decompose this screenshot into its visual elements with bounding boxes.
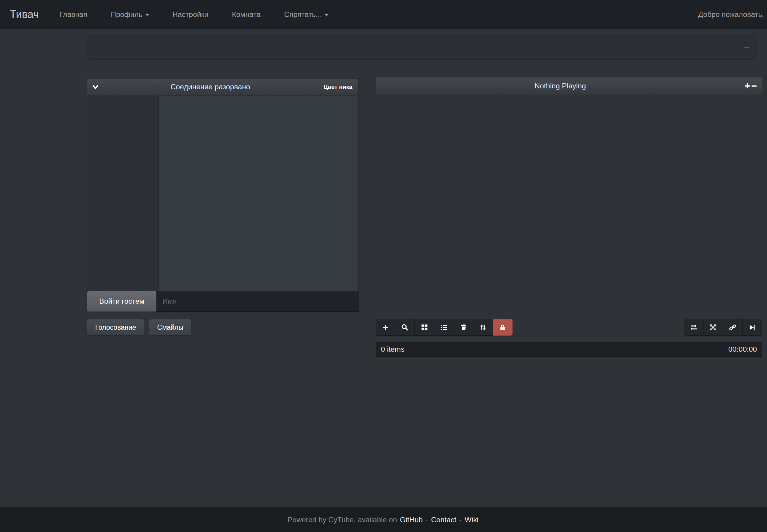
chat-tools: Голосование Смайлы xyxy=(87,319,191,336)
nav-links: Главная Профиль Настройки Комната Спрята… xyxy=(48,0,340,29)
nav-item-profile-label: Профиль xyxy=(111,0,142,29)
nav-item-home-label: Главная xyxy=(59,0,87,29)
nav-item-options[interactable]: Настройки xyxy=(160,0,220,29)
player-header: Nothing Playing + − xyxy=(376,77,762,95)
shuffle-sort-button[interactable] xyxy=(473,319,493,336)
chat-status-title: Соединение разорвано xyxy=(103,83,318,91)
trash-icon xyxy=(460,324,467,331)
copy-link-button[interactable] xyxy=(723,319,743,336)
github-link[interactable]: GitHub xyxy=(400,516,423,524)
userlist xyxy=(87,96,159,291)
powered-by-text: Powered by CyTube, available on xyxy=(288,516,397,524)
grid-view-button[interactable] xyxy=(415,319,434,336)
caret-down-icon xyxy=(145,14,149,16)
nav-item-home[interactable]: Главная xyxy=(48,0,99,29)
lock-icon xyxy=(499,324,506,331)
poll-button[interactable]: Голосование xyxy=(87,319,144,336)
emotes-button[interactable]: Смайлы xyxy=(149,319,191,336)
repeat-button[interactable] xyxy=(684,319,704,336)
video-enlarge-icon[interactable]: + xyxy=(744,81,750,91)
name-input[interactable] xyxy=(156,291,359,312)
nav-item-options-label: Настройки xyxy=(172,0,209,29)
playlist-toolbar-left xyxy=(376,319,513,336)
contact-link[interactable]: Contact xyxy=(431,516,456,524)
wiki-link[interactable]: Wiki xyxy=(464,516,478,524)
chat-input-row: Войти гостем xyxy=(87,291,359,312)
footer: Powered by CyTube, available on GitHub ·… xyxy=(0,507,767,532)
skip-next-button[interactable] xyxy=(743,319,762,336)
search-icon xyxy=(401,324,409,331)
sort-icon xyxy=(479,324,487,331)
repeat-icon xyxy=(690,324,698,331)
add-video-button[interactable] xyxy=(376,319,395,336)
add-video-icon xyxy=(381,324,389,331)
lock-playlist-button[interactable] xyxy=(493,319,513,336)
footer-separator: · xyxy=(459,516,461,524)
motd-box: – xyxy=(87,34,757,60)
player-resize-controls: + − xyxy=(744,81,762,91)
player-panel: Nothing Playing + − xyxy=(376,77,762,95)
search-library-button[interactable] xyxy=(395,319,415,336)
nav-item-hide[interactable]: Спрятать... xyxy=(273,0,340,29)
video-shrink-icon[interactable]: − xyxy=(751,81,757,91)
brand-logo[interactable]: Тивач xyxy=(0,8,48,21)
playlist-toolbar-right xyxy=(684,319,762,336)
navbar: Тивач Главная Профиль Настройки Комната … xyxy=(0,0,767,29)
chat-header: Соединение разорвано Цвет ника xyxy=(87,78,359,96)
skip-next-icon xyxy=(748,324,756,331)
chat-buffer xyxy=(159,96,358,291)
link-icon xyxy=(729,324,736,331)
nick-color-button[interactable]: Цвет ника xyxy=(318,84,358,90)
chat-body xyxy=(87,96,359,291)
guest-login-button[interactable]: Войти гостем xyxy=(87,291,156,312)
playlist-item-count: 0 items xyxy=(381,345,405,353)
grid-icon xyxy=(421,324,428,331)
playlist-manager-button[interactable] xyxy=(434,319,454,336)
playlist-meta-bar: 0 items 00:00:00 xyxy=(376,342,762,357)
welcome-text: Добро пожаловать, xyxy=(698,10,767,19)
nav-item-profile[interactable]: Профиль xyxy=(99,0,161,29)
expand-icon xyxy=(709,324,717,331)
nav-item-channel-label: Комната xyxy=(232,0,261,29)
motd-collapse-dash[interactable]: – xyxy=(744,42,749,52)
nav-item-hide-label: Спрятать... xyxy=(284,0,322,29)
playlist-toolbar xyxy=(376,319,762,336)
chevron-down-icon[interactable] xyxy=(87,83,103,91)
caret-down-icon xyxy=(325,14,328,16)
playlist-total-time: 00:00:00 xyxy=(728,345,757,353)
clear-playlist-button[interactable] xyxy=(454,319,473,336)
nav-item-channel[interactable]: Комната xyxy=(220,0,273,29)
player-title: Nothing Playing xyxy=(376,82,745,90)
page: Тивач Главная Профиль Настройки Комната … xyxy=(0,0,767,532)
chat-panel: Соединение разорвано Цвет ника Войти гос… xyxy=(87,78,359,312)
footer-separator: · xyxy=(426,516,428,524)
expand-playlist-button[interactable] xyxy=(704,319,723,336)
list-icon xyxy=(440,324,448,331)
